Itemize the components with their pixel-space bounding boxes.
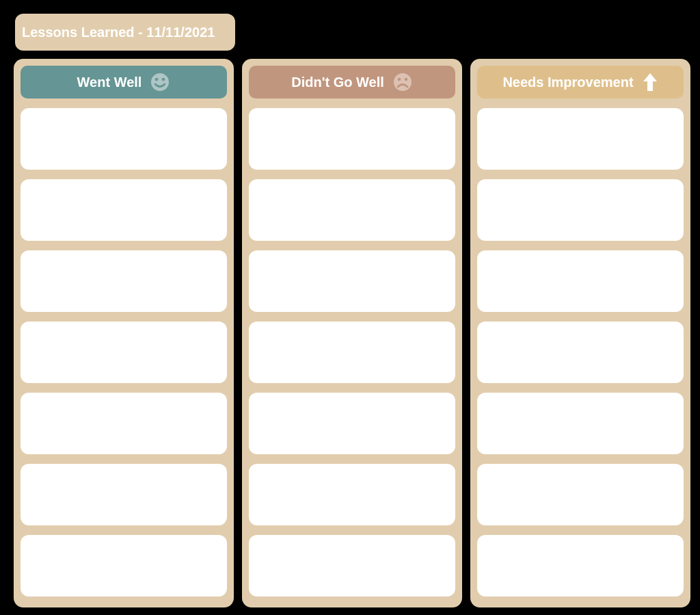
arrow-up-icon: [642, 72, 658, 92]
card-blank[interactable]: [21, 179, 227, 241]
card-blank[interactable]: [249, 464, 455, 525]
svg-point-2: [162, 78, 165, 81]
card-blank[interactable]: [477, 179, 684, 241]
card-blank[interactable]: [21, 393, 227, 454]
card-blank[interactable]: [249, 393, 455, 454]
card-blank[interactable]: [21, 322, 227, 383]
column-header-didnt-go-well: Didn't Go Well: [249, 66, 455, 99]
card-blank[interactable]: [249, 179, 455, 241]
page-title: Lessons Learned - 11/11/2021: [15, 14, 235, 51]
frown-icon: [392, 72, 413, 92]
column-header-label: Needs Improvement: [502, 75, 633, 90]
card-blank[interactable]: [477, 464, 684, 525]
columns-container: Went Well Didn't Go Well: [14, 59, 690, 607]
card-blank[interactable]: [477, 250, 684, 312]
card-blank[interactable]: [21, 108, 227, 170]
smile-icon: [150, 72, 170, 92]
card-blank[interactable]: [21, 250, 227, 312]
column-header-label: Went Well: [77, 75, 142, 90]
svg-point-1: [155, 78, 159, 81]
column-went-well: Went Well: [14, 59, 234, 607]
card-blank[interactable]: [21, 464, 227, 525]
column-didnt-go-well: Didn't Go Well: [242, 59, 462, 607]
card-blank[interactable]: [249, 535, 455, 597]
card-blank[interactable]: [249, 108, 455, 170]
page-title-text: Lessons Learned - 11/11/2021: [22, 25, 215, 40]
card-blank[interactable]: [477, 535, 684, 597]
svg-point-5: [404, 78, 407, 81]
svg-point-4: [397, 78, 401, 81]
column-header-went-well: Went Well: [21, 66, 227, 99]
svg-point-3: [394, 73, 412, 91]
card-blank[interactable]: [477, 108, 684, 170]
column-header-label: Didn't Go Well: [291, 75, 384, 90]
card-blank[interactable]: [249, 250, 455, 312]
card-blank[interactable]: [21, 535, 227, 597]
card-blank[interactable]: [477, 393, 684, 454]
card-blank[interactable]: [249, 322, 455, 383]
card-blank[interactable]: [477, 322, 684, 383]
column-header-needs-improvement: Needs Improvement: [477, 66, 684, 99]
column-needs-improvement: Needs Improvement: [470, 59, 690, 607]
svg-point-0: [151, 73, 169, 91]
